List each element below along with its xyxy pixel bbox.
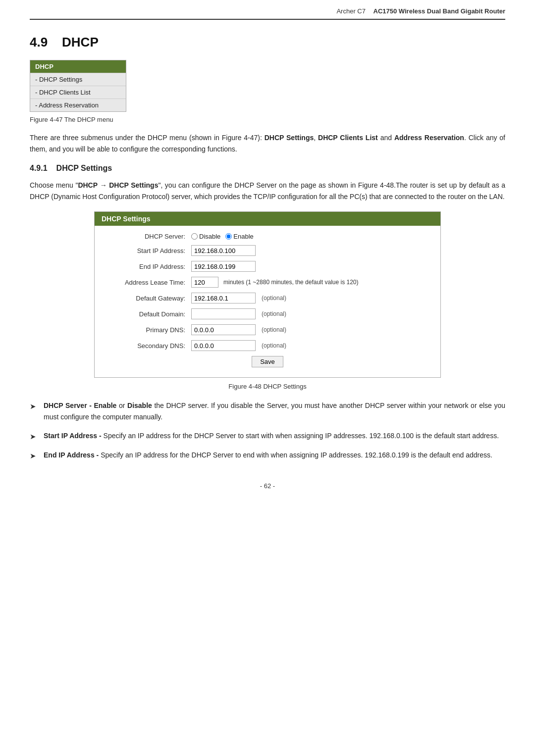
bullet-content-1: DHCP Server - Enable or Disable the DHCP… [44,400,505,423]
dhcp-clients-list-menu-item[interactable]: - DHCP Clients List [30,86,126,99]
dhcp-settings-menu-item[interactable]: - DHCP Settings [30,73,126,86]
bullet-item-1: ➤ DHCP Server - Enable or Disable the DH… [30,400,505,423]
bullet-arrow-1: ➤ [30,401,44,413]
bullet-list: ➤ DHCP Server - Enable or Disable the DH… [30,400,505,462]
lease-time-label: Address Lease Time: [105,279,191,286]
secondary-dns-row: Secondary DNS: (optional) [105,340,430,351]
primary-dns-optional: (optional) [262,326,286,333]
bullet-item-2: ➤ Start IP Address - Specify an IP addre… [30,430,505,443]
dhcp-menu-header: DHCP [30,60,126,73]
end-ip-input[interactable] [191,261,256,272]
start-ip-value [191,245,256,256]
enable-radio[interactable] [225,233,232,240]
end-ip-label: End IP Address: [105,263,191,270]
default-domain-optional: (optional) [262,310,286,317]
primary-dns-label: Primary DNS: [105,326,191,334]
dhcp-server-value: Disable Enable [191,233,254,240]
disable-radio[interactable] [191,233,198,240]
lease-time-input[interactable] [191,277,218,288]
figure-48-caption: Figure 4-48 DHCP Settings [30,383,505,390]
primary-dns-value: (optional) [191,324,286,335]
default-gateway-optional: (optional) [262,295,286,302]
dhcp-server-label: DHCP Server: [105,233,191,240]
dhcp-server-row: DHCP Server: Disable Enable [105,233,430,240]
intro-text: There are three submenus under the DHCP … [30,132,505,155]
disable-radio-label[interactable]: Disable [191,233,220,240]
default-domain-row: Default Domain: (optional) [105,308,430,319]
default-gateway-row: Default Gateway: (optional) [105,293,430,303]
default-gateway-value: (optional) [191,293,286,303]
bullet-arrow-2: ➤ [30,431,44,443]
secondary-dns-label: Secondary DNS: [105,342,191,350]
end-ip-value [191,261,256,272]
lease-time-value: minutes (1 ~2880 minutes, the default va… [191,277,359,288]
default-domain-label: Default Domain: [105,310,191,318]
enable-radio-label[interactable]: Enable [225,233,253,240]
dhcp-server-radio-group: Disable Enable [191,233,254,240]
secondary-dns-optional: (optional) [262,342,286,349]
settings-box-header: DHCP Settings [95,212,440,226]
primary-dns-row: Primary DNS: (optional) [105,324,430,335]
bullet-content-2: Start IP Address - Specify an IP address… [44,430,505,442]
lease-time-note: minutes (1 ~2880 minutes, the default va… [223,279,359,286]
start-ip-row: Start IP Address: [105,245,430,256]
default-domain-input[interactable] [191,308,256,319]
header-product: AC1750 Wireless Dual Band Gigabit Router [374,7,505,15]
save-button[interactable]: Save [252,356,283,367]
subsection-title: DHCP Settings [56,164,112,173]
lease-time-row: Address Lease Time: minutes (1 ~2880 min… [105,277,430,288]
subsection-number: 4.9.1 [30,164,48,173]
subsection-intro: Choose menu "DHCP → DHCP Settings", you … [30,180,505,202]
secondary-dns-input[interactable] [191,340,256,351]
bullet-content-3: End IP Address - Specify an IP address f… [44,450,505,461]
dhcp-menu-box: DHCP - DHCP Settings - DHCP Clients List… [30,60,126,112]
settings-box-body: DHCP Server: Disable Enable [95,226,440,377]
default-gateway-input[interactable] [191,293,256,303]
page-number: - 62 - [30,482,505,490]
start-ip-label: Start IP Address: [105,247,191,254]
default-gateway-label: Default Gateway: [105,295,191,302]
address-reservation-menu-item[interactable]: - Address Reservation [30,99,126,111]
save-row: Save [105,356,430,367]
start-ip-input[interactable] [191,245,256,256]
section-title: 4.9 DHCP [30,35,505,50]
header-model: Archer C7 [336,7,366,15]
default-domain-value: (optional) [191,308,286,319]
header-bar: Archer C7 AC1750 Wireless Dual Band Giga… [30,0,505,20]
bullet-arrow-3: ➤ [30,450,44,462]
dhcp-settings-box: DHCP Settings DHCP Server: Disable Enabl… [94,211,441,378]
secondary-dns-value: (optional) [191,340,286,351]
end-ip-row: End IP Address: [105,261,430,272]
subsection-header: 4.9.1 DHCP Settings [30,164,505,173]
figure-47-caption: Figure 4-47 The DHCP menu [30,116,505,123]
primary-dns-input[interactable] [191,324,256,335]
bullet-item-3: ➤ End IP Address - Specify an IP address… [30,450,505,462]
